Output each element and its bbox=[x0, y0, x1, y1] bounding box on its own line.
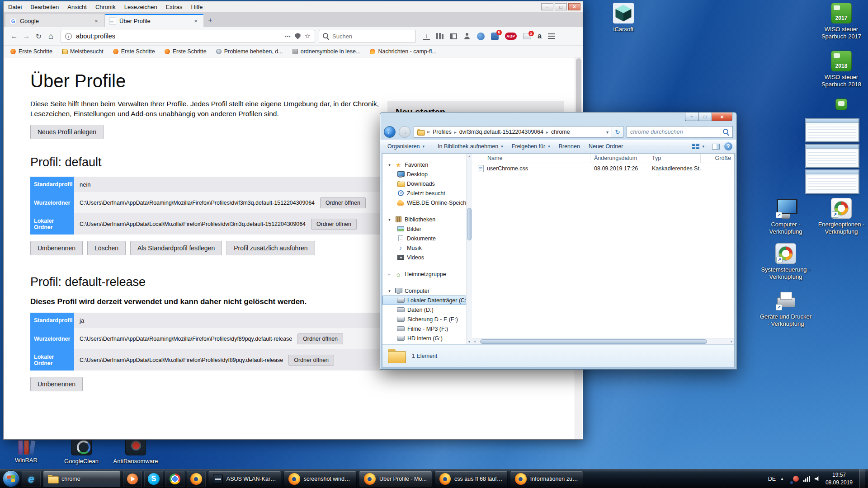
tree-item-drive-f[interactable]: Filme - MP3 (F:) bbox=[382, 324, 466, 333]
window-thumbnail[interactable] bbox=[806, 144, 859, 168]
bookmark-item[interactable]: Erste Schritte bbox=[165, 48, 207, 55]
toolbar-neuer-ordner[interactable]: Neuer Ordner bbox=[585, 142, 626, 151]
tree-item-bilder[interactable]: Bilder bbox=[382, 224, 466, 234]
create-profile-button[interactable]: Neues Profil anlegen bbox=[30, 125, 104, 139]
pocket-icon[interactable] bbox=[295, 33, 301, 39]
taskbar-task-asus[interactable]: ASUS WLAN-Kart... bbox=[208, 471, 281, 487]
column-size[interactable]: Größe bbox=[701, 154, 734, 163]
tree-item-dokumente[interactable]: Dokumente bbox=[382, 234, 466, 243]
tree-item-webde[interactable]: WEB.DE Online-Speicher bbox=[382, 198, 466, 207]
tree-item-desktop[interactable]: Desktop bbox=[382, 169, 466, 179]
menu-icon[interactable] bbox=[548, 33, 555, 39]
chevron-up-icon[interactable] bbox=[780, 477, 784, 481]
expander-icon[interactable] bbox=[387, 272, 392, 277]
volume-icon[interactable] bbox=[815, 476, 821, 482]
desktop-icon-energieoptionen[interactable]: ↗ Energieoptionen - Verknüpfung bbox=[815, 198, 868, 235]
forward-button[interactable] bbox=[20, 30, 33, 42]
scrollbar-thumb[interactable] bbox=[480, 339, 707, 344]
taskbar-task-informationen[interactable]: Informationen zur... bbox=[510, 471, 583, 487]
search-input[interactable] bbox=[332, 33, 412, 40]
toolbar-in-bibliothek[interactable]: In Bibliothek aufnehmen bbox=[434, 142, 506, 151]
tab-close-icon[interactable] bbox=[192, 18, 199, 24]
extension-globe-icon[interactable] bbox=[477, 33, 485, 40]
tab-google[interactable]: Google bbox=[5, 14, 104, 27]
extension-a-icon[interactable]: a bbox=[538, 33, 542, 40]
tree-item-musik[interactable]: Musik bbox=[382, 243, 466, 253]
bookmark-item[interactable]: Nachrichten - camp-fi... bbox=[370, 48, 436, 55]
close-button[interactable] bbox=[712, 113, 732, 121]
window-thumbnail[interactable] bbox=[806, 118, 859, 142]
page-info-icon[interactable] bbox=[65, 33, 72, 40]
breadcrumb-profiles[interactable]: Profiles bbox=[433, 129, 452, 135]
bookmark-item[interactable]: Erste Schritte bbox=[113, 48, 155, 55]
taskbar-task-css[interactable]: css aus ff 68 läuft ... bbox=[434, 471, 508, 487]
scrollbar-thumb[interactable] bbox=[467, 208, 472, 240]
menu-lesezeichen[interactable]: Lesezeichen bbox=[124, 4, 157, 10]
extension-mail-icon[interactable]: x bbox=[523, 33, 531, 39]
delete-button[interactable]: Löschen bbox=[87, 241, 126, 255]
bookmark-item[interactable]: ordnersymbole in lese... bbox=[292, 48, 361, 55]
taskbar-firefox[interactable] bbox=[187, 471, 206, 487]
explorer-titlebar[interactable] bbox=[380, 113, 736, 124]
tab-close-icon[interactable] bbox=[93, 18, 100, 24]
tab-ueber-profile[interactable]: Über Profile bbox=[105, 14, 203, 27]
tree-item-videos[interactable]: Videos bbox=[382, 253, 466, 262]
tree-item-computer[interactable]: Computer bbox=[382, 286, 466, 296]
maximize-button[interactable] bbox=[698, 113, 712, 121]
taskbar-task-ueber-profile[interactable]: Über Profile - Mo... bbox=[359, 471, 432, 487]
desktop-icon-systemsteuerung[interactable]: ↗ Systemsteuerung - Verknüpfung bbox=[759, 243, 812, 280]
home-button[interactable] bbox=[45, 30, 57, 42]
account-icon[interactable] bbox=[463, 33, 471, 39]
tray-security-icon[interactable] bbox=[793, 476, 799, 482]
language-indicator[interactable]: DE bbox=[768, 476, 776, 482]
rename-button[interactable]: Umbenennen bbox=[30, 377, 83, 391]
window-thumbnails[interactable] bbox=[806, 118, 859, 196]
tree-item-bibliotheken[interactable]: Bibliotheken bbox=[382, 215, 466, 224]
maximize-button[interactable] bbox=[555, 3, 567, 10]
views-button[interactable] bbox=[689, 142, 708, 151]
toolbar-brennen[interactable]: Brennen bbox=[556, 142, 583, 151]
sidebar-icon[interactable] bbox=[450, 33, 457, 39]
clock[interactable]: 19:57 08.09.2019 bbox=[826, 471, 853, 487]
set-default-button[interactable]: Als Standardprofil festlegen bbox=[130, 241, 222, 255]
open-folder-button[interactable]: Ordner öffnen bbox=[311, 219, 357, 230]
taskbar-explorer-chrome[interactable]: chrome bbox=[43, 471, 121, 487]
start-button[interactable] bbox=[3, 470, 19, 487]
tree-item-drive-d[interactable]: Daten (D:) bbox=[382, 305, 466, 314]
downloads-icon[interactable] bbox=[423, 33, 430, 40]
window-thumbnail[interactable] bbox=[806, 170, 859, 193]
desktop-icon-icarsoft[interactable]: iCarsoft bbox=[597, 3, 650, 33]
column-date[interactable]: Änderungsdatum bbox=[590, 154, 648, 163]
refresh-button[interactable] bbox=[612, 126, 623, 138]
desktop-icon-wiso-2018[interactable]: 2018 WISO steuer Sparbuch 2018 bbox=[815, 51, 868, 88]
explorer-searchbox[interactable] bbox=[627, 126, 733, 138]
tree-scrollbar[interactable] bbox=[466, 154, 472, 344]
menu-chronik[interactable]: Chronik bbox=[95, 4, 116, 10]
open-folder-button[interactable]: Ordner öffnen bbox=[320, 197, 366, 208]
breadcrumb-profile-folder[interactable]: dvif3m3q.default-1512204309064 bbox=[459, 129, 543, 135]
desktop-icon-winrar[interactable]: WinRAR bbox=[0, 436, 52, 464]
breadcrumb-overflow-icon[interactable]: « bbox=[427, 129, 430, 135]
breadcrumb[interactable]: « Profiles dvif3m3q.default-151220430906… bbox=[414, 126, 612, 138]
explorer-search-input[interactable] bbox=[630, 129, 720, 135]
open-folder-button[interactable]: Ordner öffnen bbox=[288, 355, 334, 366]
toolbar-freigeben[interactable]: Freigeben für bbox=[509, 142, 553, 151]
desktop-icon-wiso-2017[interactable]: 2017 WISO steuer Sparbuch 2017 bbox=[815, 3, 868, 40]
bookmark-star-icon[interactable] bbox=[305, 32, 311, 40]
forward-button[interactable] bbox=[399, 126, 410, 138]
column-type[interactable]: Typ bbox=[648, 154, 701, 163]
breadcrumb-chrome[interactable]: chrome bbox=[551, 129, 570, 135]
new-tab-button[interactable] bbox=[204, 14, 216, 26]
menu-bearbeiten[interactable]: Bearbeiten bbox=[30, 4, 59, 10]
run-profile-button[interactable]: Profil zusätzlich ausführen bbox=[226, 241, 315, 255]
menu-extras[interactable]: Extras bbox=[166, 4, 183, 10]
url-input[interactable] bbox=[76, 33, 281, 40]
bookmark-item[interactable]: Meistbesucht bbox=[62, 48, 104, 55]
tree-item-favoriten[interactable]: Favoriten bbox=[382, 160, 466, 169]
open-folder-button[interactable]: Ordner öffnen bbox=[297, 333, 343, 344]
horizontal-scrollbar[interactable] bbox=[472, 338, 734, 344]
minimize-button[interactable] bbox=[541, 3, 553, 10]
chevron-down-icon[interactable] bbox=[606, 130, 609, 135]
rename-button[interactable]: Umbenennen bbox=[30, 241, 83, 255]
taskbar-mediaplayer[interactable] bbox=[123, 471, 142, 487]
